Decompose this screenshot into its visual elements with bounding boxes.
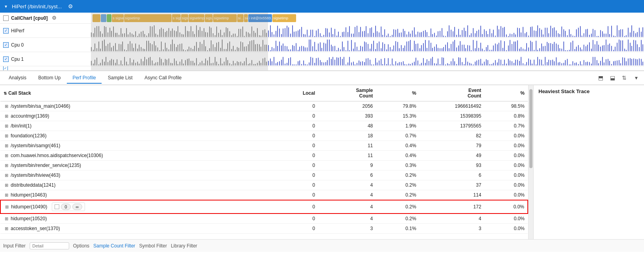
heaviest-panel: Heaviest Stack Trace bbox=[533, 85, 644, 239]
local-cell: 0 bbox=[275, 151, 318, 161]
eventCount-cell: 37 bbox=[419, 180, 484, 190]
table-row: ⊞ /system/bin/sa_main(10466) 0205679.8%1… bbox=[0, 101, 528, 111]
cpu0-viz bbox=[91, 38, 644, 52]
upload-button[interactable]: ⇅ bbox=[619, 73, 629, 82]
local-cell: 0 bbox=[275, 141, 318, 151]
sampleCount-cell: 48 bbox=[318, 121, 376, 131]
toggle-pill[interactable]: 0 bbox=[61, 204, 70, 210]
callstack-cell: ⊞ /system/bin/hiview(463) bbox=[0, 170, 275, 180]
callchart-track-row: CallChart [cpu0] ⚙ s sigseti...sigsetimp… bbox=[0, 13, 644, 24]
eventCount-cell: 13795565 bbox=[419, 121, 484, 131]
dropdown-arrow[interactable]: ▼ bbox=[4, 4, 8, 9]
expand-icon[interactable]: ⊞ bbox=[4, 193, 9, 198]
local-cell: 0 bbox=[275, 111, 318, 121]
collapse-button[interactable]: ⬓ bbox=[608, 73, 617, 82]
tab-perfprofile[interactable]: Perf Profile bbox=[67, 73, 101, 84]
callchart-gear-icon[interactable]: ⚙ bbox=[52, 15, 57, 21]
toggle-pill2[interactable]: ∞ bbox=[72, 204, 83, 210]
sampleCount-cell: 9 bbox=[318, 161, 376, 170]
samplePct-cell: 0.4% bbox=[376, 151, 419, 161]
sampleCount-cell: 4 bbox=[318, 214, 376, 224]
cpu2-track-row: ✓ bbox=[0, 66, 644, 71]
sample-count-filter-link[interactable]: Sample Count Filter bbox=[93, 243, 135, 249]
eventPct-cell: 0.0% bbox=[484, 214, 528, 224]
eventCount-cell: 172 bbox=[419, 200, 484, 214]
cpu2-checkbox[interactable]: ✓ bbox=[3, 66, 8, 71]
callchart-segments: s sigseti...sigsetimps sigset...sigse...… bbox=[93, 14, 642, 22]
table-row: ⊞ distributeddata(1241) 040.2%370.0% bbox=[0, 180, 528, 190]
cpu1-checkbox[interactable]: ✓ bbox=[3, 56, 9, 62]
expand-icon[interactable]: ⊞ bbox=[4, 143, 9, 148]
callstack-cell: ⊞ /system/bin/render_service(1235) bbox=[0, 161, 275, 170]
callchart-checkbox[interactable] bbox=[3, 15, 9, 21]
cpu0-checkbox[interactable]: ✓ bbox=[3, 42, 9, 48]
hiperf-checkbox[interactable]: ✓ bbox=[3, 28, 9, 34]
library-filter-link[interactable]: Library Filter bbox=[171, 243, 197, 249]
local-cell: 0 bbox=[275, 200, 318, 214]
sampleCount-cell: 393 bbox=[318, 111, 376, 121]
expand-icon[interactable]: ⊞ bbox=[4, 183, 9, 188]
col-header-eventpct: % bbox=[484, 85, 528, 101]
table-area: ⇅ Call Stack Local SampleCount % EventCo… bbox=[0, 85, 533, 239]
table-container[interactable]: ⇅ Call Stack Local SampleCount % EventCo… bbox=[0, 85, 529, 239]
samplePct-cell: 0.2% bbox=[376, 170, 419, 180]
col-header-local: Local bbox=[275, 85, 318, 101]
local-cell: 0 bbox=[275, 180, 318, 190]
callstack-cell: ⊞ foundation(1236) bbox=[0, 131, 275, 141]
tab-samplelist[interactable]: Sample List bbox=[102, 73, 138, 84]
samplePct-cell: 79.8% bbox=[376, 101, 419, 111]
cpu1-track-row: ✓ Cpu 1 bbox=[0, 52, 644, 66]
col-header-samplecount: SampleCount bbox=[318, 85, 376, 101]
expand-icon[interactable]: ⊞ bbox=[4, 226, 9, 231]
eventCount-cell: 79 bbox=[419, 141, 484, 151]
callchart-label: CallChart [cpu0] bbox=[11, 15, 48, 21]
scrollbar[interactable] bbox=[529, 85, 533, 239]
sampleCount-cell: 6 bbox=[318, 170, 376, 180]
samplePct-cell: 0.2% bbox=[376, 180, 419, 190]
toggle-checkbox[interactable] bbox=[55, 204, 59, 209]
expand-icon[interactable]: ⊞ bbox=[4, 153, 9, 158]
eventPct-cell: 98.5% bbox=[484, 101, 528, 111]
symbol-filter-link[interactable]: Symbol Filter bbox=[139, 243, 167, 249]
eventCount-cell: 1966616492 bbox=[419, 101, 484, 111]
expand-icon[interactable]: ⊞ bbox=[4, 163, 9, 168]
tab-bottomup[interactable]: Bottom Up bbox=[33, 73, 66, 84]
expand-icon[interactable]: ⊞ bbox=[4, 133, 9, 139]
callstack-cell: ⊞ distributeddata(1241) bbox=[0, 180, 275, 190]
table-row: ⊞ hidumper(10520) 040.2%40.0% bbox=[0, 214, 528, 224]
scrollbar-thumb[interactable] bbox=[529, 89, 533, 168]
title-gear-icon[interactable]: ⚙ bbox=[68, 3, 73, 9]
samplePct-cell: 0.4% bbox=[376, 141, 419, 151]
more-button[interactable]: ▾ bbox=[631, 73, 641, 82]
cpu0-label-area: ✓ Cpu 0 bbox=[0, 42, 91, 48]
expand-icon[interactable]: ⊞ bbox=[4, 173, 9, 178]
hiperf-label: HiPerf bbox=[11, 28, 24, 34]
expand-icon[interactable]: ⊞ bbox=[4, 204, 9, 210]
col-header-callstack: ⇅ Call Stack bbox=[0, 85, 275, 101]
table-row: ⊞ foundation(1236) 0180.7%820.0% bbox=[0, 131, 528, 141]
samplePct-cell: 0.2% bbox=[376, 200, 419, 214]
table-row: ⊞ accesstoken_ser(1370) 030.1%30.0% bbox=[0, 224, 528, 234]
eventCount-cell: 3 bbox=[419, 224, 484, 234]
export-button[interactable]: ⬒ bbox=[596, 73, 605, 82]
input-filter-field[interactable] bbox=[30, 242, 69, 249]
filter-toggle-area: 0 ∞ bbox=[52, 202, 85, 211]
callchart-viz: s sigseti...sigsetimps sigset...sigse...… bbox=[91, 13, 644, 24]
input-filter-label: Input Filter bbox=[3, 243, 26, 249]
eventPct-cell: 0.0% bbox=[484, 151, 528, 161]
table-row: ⊞ com.huawei.hmos.aidispatchservice(1030… bbox=[0, 151, 528, 161]
expand-icon[interactable]: ⊞ bbox=[4, 216, 9, 221]
eventCount-cell: 15398395 bbox=[419, 111, 484, 121]
main-content: ⇅ Call Stack Local SampleCount % EventCo… bbox=[0, 85, 644, 239]
expand-icon[interactable]: ⊞ bbox=[4, 124, 9, 129]
options-label[interactable]: Options bbox=[73, 243, 89, 249]
callstack-cell: ⊞ /system/bin/sa_main(10466) bbox=[0, 101, 275, 111]
tab-analysis[interactable]: Analysis bbox=[3, 73, 32, 84]
table-row: ⊞ hidumper(10490) 0 ∞ 040.2%1720.0% bbox=[0, 200, 528, 214]
tab-asynccallprofile[interactable]: Async Call Profile bbox=[139, 73, 187, 84]
sort-icon[interactable]: ⇅ bbox=[4, 91, 7, 96]
expand-icon[interactable]: ⊞ bbox=[4, 114, 9, 119]
expand-icon[interactable]: ⊞ bbox=[4, 104, 9, 109]
local-cell: 0 bbox=[275, 161, 318, 170]
eventPct-cell: 0.0% bbox=[484, 131, 528, 141]
